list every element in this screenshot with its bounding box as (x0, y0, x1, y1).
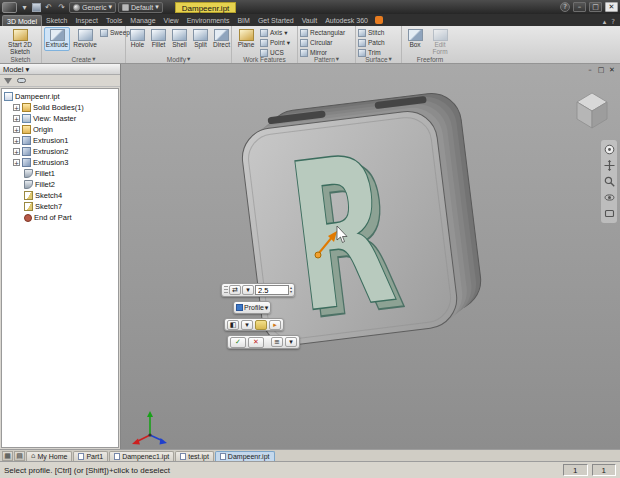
panel-label-sketch[interactable]: Sketch (0, 55, 41, 63)
axis-button[interactable]: Axis ▾ (260, 28, 290, 37)
expand-icon[interactable]: + (13, 159, 20, 166)
panel-label-surface[interactable]: Surface ▾ (356, 55, 401, 63)
split-button[interactable]: Split (191, 27, 210, 51)
doc-close-icon[interactable]: ✕ (608, 66, 616, 74)
help-icon[interactable]: ? (560, 2, 570, 12)
start-2d-sketch-button[interactable]: Start 2D Sketch (2, 27, 38, 58)
hole-button[interactable]: Hole (128, 27, 147, 51)
tab-inspect[interactable]: Inspect (71, 15, 102, 26)
ok-button[interactable]: ✓ (230, 337, 246, 348)
zoom-icon[interactable] (604, 176, 615, 187)
tree-item-extrusion2[interactable]: + Extrusion2 (13, 146, 118, 157)
expand-icon[interactable]: + (13, 126, 20, 133)
point-button[interactable]: Point ▾ (260, 38, 290, 47)
3d-viewport[interactable]: R R – □ ✕ (121, 64, 620, 449)
find-icon[interactable] (17, 78, 26, 83)
flip-direction-icon[interactable]: ⇄ (229, 285, 241, 295)
panel-label-pattern[interactable]: Pattern ▾ (298, 55, 355, 63)
panel-label-work-features[interactable]: Work Features (232, 55, 297, 63)
revolve-button[interactable]: Revolve (72, 27, 98, 51)
tab-3d-model[interactable]: 3D Model (2, 15, 42, 26)
minimize-window-button[interactable]: – (573, 2, 586, 12)
plane-button[interactable]: Plane (234, 27, 258, 51)
patch-button[interactable]: Patch (358, 38, 399, 47)
more-options-button[interactable]: ▾ (285, 337, 297, 347)
circular-pattern-button[interactable]: Circular (300, 38, 353, 47)
redo-icon[interactable]: ↷ (56, 2, 67, 13)
tree-item-part[interactable]: Dampeenr.ipt (4, 91, 118, 102)
tab-tools[interactable]: Tools (102, 15, 126, 26)
tree-item-sketch7[interactable]: Sketch7 (13, 201, 118, 212)
window-list-icon[interactable]: ▤ (14, 451, 25, 461)
tree-item-view-master[interactable]: + View: Master (13, 113, 118, 124)
tab-view[interactable]: View (160, 15, 183, 26)
tab-get-started[interactable]: Get Started (254, 15, 298, 26)
tree-item-origin[interactable]: + Origin (13, 124, 118, 135)
shell-button[interactable]: Shell (170, 27, 189, 51)
tab-autodesk-360[interactable]: Autodesk 360 (321, 15, 372, 26)
inventor-logo-icon[interactable] (2, 2, 17, 13)
tab-dampenec1[interactable]: Dampenec1.ipt (109, 451, 174, 461)
extents-dropdown-icon[interactable]: ▾ (241, 320, 253, 330)
tab-my-home[interactable]: ⌂ My Home (26, 451, 72, 461)
save-icon[interactable] (32, 3, 41, 12)
tree-item-solid-bodies[interactable]: + Solid Bodies(1) (13, 102, 118, 113)
panel-label-modify[interactable]: Modify ▾ (126, 55, 231, 63)
pan-icon[interactable] (604, 160, 615, 171)
extrude-button[interactable]: Extrude (44, 27, 70, 51)
doc-minimize-icon[interactable]: – (586, 66, 594, 74)
expand-icon[interactable]: + (13, 148, 20, 155)
expand-icon[interactable]: + (13, 137, 20, 144)
tree-item-extrusion3[interactable]: + Extrusion3 (13, 157, 118, 168)
tab-part1[interactable]: Part1 (73, 451, 108, 461)
browser-header[interactable]: Model ▾ (0, 64, 120, 75)
extents-icon[interactable]: ◧ (227, 320, 239, 330)
tree-item-fillet2[interactable]: Fillet2 (13, 179, 118, 190)
extrude-distance-input[interactable] (255, 285, 289, 295)
cancel-button[interactable]: ✕ (248, 337, 264, 348)
tab-environments[interactable]: Environments (183, 15, 234, 26)
distance-dropdown-icon[interactable]: ▾ (242, 285, 254, 295)
close-window-button[interactable]: ✕ (605, 2, 618, 12)
edit-form-button[interactable]: Edit Form (428, 27, 452, 58)
freeform-box-button[interactable]: Box (404, 27, 426, 51)
tab-test[interactable]: test.ipt (175, 451, 214, 461)
operation-icon[interactable]: ▸ (269, 320, 281, 330)
rectangular-pattern-button[interactable]: Rectangular (300, 28, 353, 37)
mini-toolbar-grip[interactable] (224, 286, 228, 295)
expand-icon[interactable]: + (13, 115, 20, 122)
undo-icon[interactable]: ↶ (43, 2, 54, 13)
tab-dampeenr[interactable]: Dampeenr.ipt (215, 451, 275, 461)
look-at-icon[interactable] (604, 208, 615, 219)
material-dropdown[interactable]: Generic ▾ (69, 2, 116, 13)
fillet-button[interactable]: Fillet (149, 27, 168, 51)
minimize-ribbon-icon[interactable]: ▴ (603, 18, 607, 26)
tile-windows-icon[interactable]: ▦ (2, 451, 13, 461)
ribbon-help-icon[interactable]: ? (611, 18, 615, 26)
app-menu-chevron-icon[interactable]: ▾ (19, 2, 30, 13)
direct-edit-button[interactable]: Direct (212, 27, 231, 51)
distance-spinner[interactable]: ▴▾ (290, 286, 292, 294)
tree-item-end-of-part[interactable]: End of Part (13, 212, 118, 223)
output-solid-icon[interactable] (255, 320, 267, 330)
appearance-dropdown[interactable]: Default ▾ (118, 2, 163, 13)
filter-icon[interactable] (4, 78, 12, 84)
stitch-button[interactable]: Stitch (358, 28, 399, 37)
panel-label-create[interactable]: Create ▾ (42, 55, 125, 63)
tab-vault[interactable]: Vault (298, 15, 321, 26)
apply-button[interactable]: ≡ (271, 337, 283, 347)
full-navigation-wheel-icon[interactable] (604, 144, 615, 155)
tab-manage[interactable]: Manage (126, 15, 159, 26)
orbit-icon[interactable] (604, 192, 615, 203)
tab-sketch[interactable]: Sketch (42, 15, 71, 26)
maximize-window-button[interactable]: □ (589, 2, 602, 12)
tree-item-sketch4[interactable]: Sketch4 (13, 190, 118, 201)
tab-bim[interactable]: BIM (233, 15, 253, 26)
tree-item-extrusion1[interactable]: + Extrusion1 (13, 135, 118, 146)
profile-selector-button[interactable]: Profile ▾ (233, 301, 271, 314)
panel-label-freeform[interactable]: Freeform (402, 55, 458, 63)
expand-icon[interactable]: + (13, 104, 20, 111)
viewcube[interactable] (577, 93, 607, 128)
doc-restore-icon[interactable]: □ (597, 66, 605, 74)
tree-item-fillet1[interactable]: Fillet1 (13, 168, 118, 179)
